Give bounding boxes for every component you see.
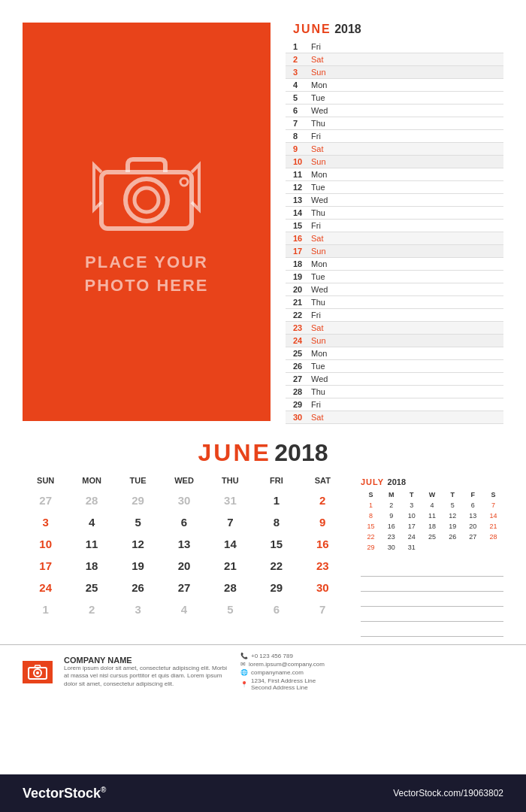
cal-cell: 15 (253, 533, 299, 555)
date-row: 10Sun (286, 156, 503, 168)
svg-point-2 (135, 188, 159, 212)
day-name: Fri (311, 42, 321, 51)
date-list-header: JUNE 2018 (286, 23, 503, 36)
cal-cell: 24 (23, 577, 68, 598)
day-name: Fri (311, 400, 321, 409)
mini-cell: 3 (401, 500, 422, 511)
day-number: 12 (293, 183, 308, 192)
date-row: 6Wed (286, 105, 503, 117)
phone-icon: 📞 (240, 653, 248, 659)
date-row: 12Tue (286, 181, 503, 194)
contact-website-row: 🌐 companyname.com (240, 669, 325, 676)
date-row: 19Tue (286, 271, 503, 283)
day-number: 11 (293, 170, 308, 179)
cal-cell: 20 (161, 555, 207, 577)
cal-cell: 13 (161, 533, 207, 555)
vs-brand: VectorStock® (23, 786, 106, 801)
vs-url: VectorStock.com/19063802 (393, 788, 503, 798)
lines-area (361, 568, 503, 637)
cal-header-cell: MON (68, 474, 114, 486)
cal-header-cell: SUN (23, 474, 68, 486)
mini-cell: 18 (422, 521, 442, 532)
date-list-section: JUNE 2018 1Fri2Sat3Sun4Mon5Tue6Wed7Thu8F… (286, 23, 503, 424)
day-number: 22 (293, 311, 308, 320)
day-name: Fri (311, 311, 321, 320)
day-number: 26 (293, 362, 308, 371)
date-row: 23Sat (286, 322, 503, 335)
top-section: PLACE YOURPHOTO HERE JUNE 2018 1Fri2Sat3… (0, 0, 526, 432)
date-list-month: JUNE (293, 23, 331, 35)
mini-cell: 13 (463, 511, 483, 521)
day-number: 2 (293, 55, 308, 64)
date-row: 26Tue (286, 360, 503, 373)
day-name: Thu (311, 208, 325, 217)
main-title-month: JUNE (198, 439, 271, 466)
cal-cell: 12 (115, 533, 161, 555)
mini-cell: 27 (463, 532, 483, 542)
cal-cell: 22 (253, 555, 299, 577)
mini-month: JULY (361, 477, 384, 486)
cal-cell: 17 (23, 555, 68, 577)
mini-cell: 10 (401, 511, 422, 521)
day-number: 16 (293, 234, 308, 243)
line-5 (361, 628, 503, 637)
day-number: 30 (293, 413, 308, 422)
mini-cal-header-cell: W (422, 491, 442, 498)
line-1 (361, 568, 503, 577)
mini-calendar: JULY 2018 SMTWTFS 1234567891011121314151… (361, 474, 503, 553)
cal-cell: 8 (253, 511, 299, 533)
cal-cell: 5 (115, 511, 161, 533)
date-row: 4Mon (286, 79, 503, 92)
calendars-row: SUNMONTUEWEDTHUFRISAT 272829303112345678… (23, 474, 503, 637)
main-title-year: 2018 (274, 439, 328, 466)
cal-cell: 1 (253, 489, 299, 511)
date-row: 22Fri (286, 309, 503, 322)
day-name: Wed (311, 374, 328, 383)
day-number: 10 (293, 157, 308, 166)
date-row: 28Thu (286, 386, 503, 398)
cal-header-cell: SAT (300, 474, 346, 486)
day-name: Wed (311, 106, 328, 115)
cal-cell: 26 (115, 577, 161, 598)
day-number: 3 (293, 68, 308, 77)
mini-cell: 20 (463, 521, 483, 532)
cal-cell: 2 (68, 598, 114, 620)
day-name: Tue (311, 272, 325, 281)
mini-cell: 14 (483, 511, 503, 521)
date-row: 25Mon (286, 347, 503, 360)
contact-phone-row: 📞 +0 123 456 789 (240, 653, 325, 659)
vs-footer: VectorStock® VectorStock.com/19063802 (0, 774, 526, 812)
day-name: Sun (311, 247, 326, 256)
mini-cell: 23 (381, 532, 401, 542)
mini-cell (483, 542, 503, 553)
day-name: Fri (311, 132, 321, 141)
day-number: 6 (293, 106, 308, 115)
svg-point-1 (125, 179, 168, 221)
cal-cell: 4 (68, 511, 114, 533)
day-number: 21 (293, 298, 308, 307)
date-row: 27Wed (286, 373, 503, 386)
day-number: 7 (293, 119, 308, 128)
company-name: COMPANY NAME (64, 656, 229, 665)
day-number: 28 (293, 387, 308, 396)
day-name: Sun (311, 68, 326, 77)
line-4 (361, 613, 503, 622)
mini-cell: 28 (483, 532, 503, 542)
day-name: Tue (311, 362, 325, 371)
date-list-year: 2018 (334, 23, 361, 35)
cal-header-cell: TUE (115, 474, 161, 486)
cal-header-cell: FRI (253, 474, 299, 486)
day-number: 4 (293, 80, 308, 89)
day-number: 25 (293, 349, 308, 358)
main-cal-grid: 2728293031123456789101112131415161718192… (23, 489, 346, 620)
mini-cal-header-cell: T (443, 491, 463, 498)
day-number: 20 (293, 285, 308, 294)
cal-cell: 23 (300, 555, 346, 577)
day-name: Sat (311, 234, 324, 243)
day-name: Tue (311, 183, 325, 192)
day-number: 8 (293, 132, 308, 141)
cal-cell: 28 (207, 577, 253, 598)
cal-cell: 6 (253, 598, 299, 620)
day-name: Mon (311, 170, 327, 179)
cal-cell: 10 (23, 533, 68, 555)
